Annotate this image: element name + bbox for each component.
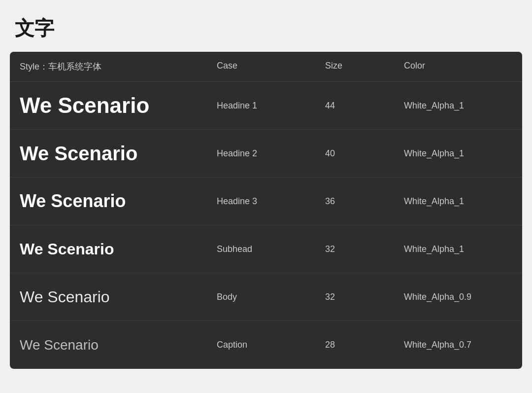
cell-style-caption: We Scenario: [20, 337, 217, 353]
cell-style-h3: We Scenario: [20, 191, 217, 212]
style-text-h2: We Scenario: [20, 143, 137, 165]
cell-size-subhead: 32: [325, 244, 404, 254]
header-case: Case: [217, 61, 325, 72]
cell-color-h1: White_Alpha_1: [404, 101, 512, 111]
table-row: We Scenario Headine 1 44 White_Alpha_1: [10, 82, 522, 130]
style-text-h3: We Scenario: [20, 191, 126, 212]
cell-size-caption: 28: [325, 340, 404, 350]
style-text-body: We Scenario: [20, 288, 110, 306]
cell-color-caption: White_Alpha_0.7: [404, 340, 512, 350]
cell-case-subhead: Subhead: [217, 244, 325, 254]
table-row: We Scenario Subhead 32 White_Alpha_1: [10, 225, 522, 273]
table-row: We Scenario Body 32 White_Alpha_0.9: [10, 273, 522, 321]
table-header-row: Style：车机系统字体 Case Size Color: [10, 52, 522, 82]
page-title: 文字: [10, 15, 522, 42]
cell-case-h2: Headine 2: [217, 148, 325, 159]
cell-case-h3: Headine 3: [217, 196, 325, 207]
style-text-caption: We Scenario: [20, 337, 99, 353]
cell-case-body: Body: [217, 292, 325, 302]
header-style: Style：车机系统字体: [20, 61, 217, 72]
table-row: We Scenario Caption 28 White_Alpha_0.7: [10, 321, 522, 369]
cell-style-h1: We Scenario: [20, 93, 217, 118]
table-row: We Scenario Headine 3 36 White_Alpha_1: [10, 178, 522, 225]
cell-color-subhead: White_Alpha_1: [404, 244, 512, 254]
table-row: We Scenario Headine 2 40 White_Alpha_1: [10, 130, 522, 178]
cell-case-h1: Headine 1: [217, 101, 325, 111]
header-size: Size: [325, 61, 404, 72]
cell-color-h3: White_Alpha_1: [404, 196, 512, 207]
style-text-h1: We Scenario: [20, 93, 149, 118]
cell-size-h2: 40: [325, 148, 404, 159]
style-text-subhead: We Scenario: [20, 240, 114, 258]
cell-case-caption: Caption: [217, 340, 325, 350]
cell-size-body: 32: [325, 292, 404, 302]
cell-style-h2: We Scenario: [20, 143, 217, 165]
header-color: Color: [404, 61, 512, 72]
cell-size-h1: 44: [325, 101, 404, 111]
typography-table: Style：车机系统字体 Case Size Color We Scenario…: [10, 52, 522, 369]
cell-color-body: White_Alpha_0.9: [404, 292, 512, 302]
cell-style-body: We Scenario: [20, 288, 217, 306]
cell-color-h2: White_Alpha_1: [404, 148, 512, 159]
cell-style-subhead: We Scenario: [20, 240, 217, 258]
cell-size-h3: 36: [325, 196, 404, 207]
